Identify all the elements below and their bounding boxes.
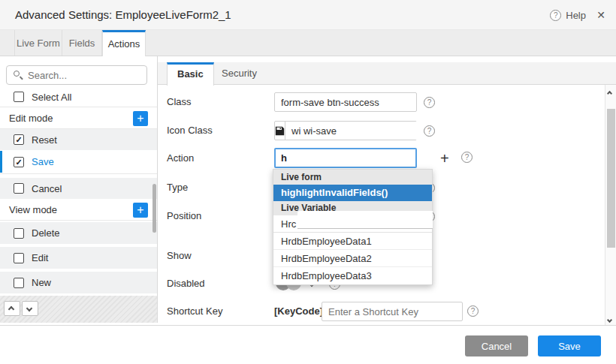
actions-sidebar: Select All Edit mode + ✓ Reset ✓ Save Ca… [0,56,158,323]
action-help-icon[interactable]: ? [461,152,473,163]
add-action-icon[interactable]: + [440,149,449,168]
new-checkbox[interactable] [14,278,24,288]
move-up-button[interactable] [4,301,20,316]
dropdown-item-hrdb-employee-data2[interactable]: HrdbEmployeeData2 [273,250,432,267]
icon-class-field [274,121,417,140]
tab-basic[interactable]: Basic [167,62,214,86]
scroll-down-icon [607,317,612,323]
icon-class-label: Icon Class [167,121,264,140]
dropdown-group-live-form: Live form [273,170,432,185]
show-label: Show [167,246,264,266]
icon-class-help-icon[interactable]: ? [424,125,435,137]
action-item-cancel[interactable]: Cancel [0,178,157,199]
edit-item-label: Edit [32,252,48,263]
search-icon [14,71,20,77]
tab-security[interactable]: Security [212,62,267,85]
sidebar-search [6,65,147,85]
dialog-title: Advanced Settings: EmployeeLiveForm2_1 [15,0,231,30]
class-help-icon[interactable]: ? [424,97,435,108]
help-button[interactable]: ? Help [550,0,586,30]
chevron-up-icon [8,306,14,312]
scrollbar-thumb[interactable] [607,109,615,248]
action-item-new[interactable]: New [0,272,157,293]
save-button[interactable]: Save [538,335,601,356]
edit-checkbox[interactable] [14,253,24,263]
cancel-checkbox[interactable] [14,183,24,194]
scroll-up-button[interactable] [605,86,616,97]
select-all-checkbox[interactable] [14,92,24,102]
dialog-header: Advanced Settings: EmployeeLiveForm2_1 ?… [0,0,616,30]
group-edit-mode: Edit mode + [0,108,157,129]
advanced-settings-dialog: Advanced Settings: EmployeeLiveForm2_1 ?… [0,0,616,364]
save-item-label: Save [32,156,54,167]
group-edit-mode-label: Edit mode [9,113,53,124]
class-input[interactable] [274,92,417,112]
delete-checkbox[interactable] [14,228,24,239]
class-label: Class [167,92,264,112]
main-tabbar: Live Form Fields Actions [0,30,616,56]
action-input[interactable] [274,148,417,168]
shortcut-key-label: Shortcut Key [167,302,264,321]
action-item-reset[interactable]: ✓ Reset [0,129,157,150]
search-input[interactable] [6,65,147,85]
select-all-row[interactable]: Select All [0,87,157,107]
dropdown-item-hrdb-employee-data3[interactable]: HrdbEmployeeData3 [273,267,432,284]
cancel-button[interactable]: Cancel [465,335,528,356]
add-edit-action-button[interactable]: + [133,111,148,126]
action-item-delete[interactable]: Delete [0,222,157,244]
close-icon[interactable]: ✕ [596,0,605,30]
shortcut-key-input[interactable] [322,302,463,321]
select-all-label: Select All [32,92,71,103]
position-select-overlay [297,211,433,229]
tab-fields[interactable]: Fields [62,30,102,56]
move-down-button[interactable] [22,301,38,316]
add-view-action-button[interactable]: + [133,203,148,218]
group-view-mode: View mode + [0,200,157,221]
new-item-label: New [32,277,51,288]
dropdown-item-hrdb-employee-data1[interactable]: HrdbEmployeeData1 [273,233,432,250]
action-autocomplete-dropdown: Live form highlightInvalidFields() Live … [273,169,433,285]
reset-label: Reset [32,134,57,146]
group-view-mode-label: View mode [9,204,57,215]
row-divider [0,173,157,174]
action-label: Action [167,149,264,168]
dropdown-item-highlight-invalid-fields[interactable]: highlightInvalidFields() [273,185,432,201]
type-label: Type [167,178,264,197]
reset-checkbox[interactable]: ✓ [14,134,24,145]
scroll-up-icon [607,91,612,96]
help-label: Help [566,10,586,21]
position-label: Position [167,206,264,226]
action-item-save[interactable]: ✓ Save [0,151,157,173]
tab-live-form[interactable]: Live Form [14,30,62,56]
scroll-down-button[interactable] [605,313,616,323]
dialog-footer: Cancel Save [0,325,616,364]
reorder-strip [0,296,157,323]
tabbar-divider [0,56,616,56]
disabled-label: Disabled [167,274,264,293]
panel-scrollbar [605,85,616,325]
help-icon: ? [550,10,561,21]
action-item-edit[interactable]: Edit [0,247,157,269]
dropdown-item-hrc[interactable]: Hrc [273,215,432,233]
cancel-item-label: Cancel [32,183,62,194]
delete-item-label: Delete [32,227,60,239]
tab-actions[interactable]: Actions [102,30,146,56]
sidebar-scrollbar-thumb[interactable] [152,184,156,233]
chevron-down-icon [26,305,32,311]
dropdown-item-hrc-label: Hrc [281,218,296,230]
panel-tabbar: Basic Security [158,62,616,85]
floppy-save-icon[interactable] [275,122,285,140]
icon-class-input[interactable] [285,122,430,140]
shortcut-help-icon[interactable]: ? [467,305,479,317]
save-checkbox[interactable]: ✓ [14,157,24,167]
